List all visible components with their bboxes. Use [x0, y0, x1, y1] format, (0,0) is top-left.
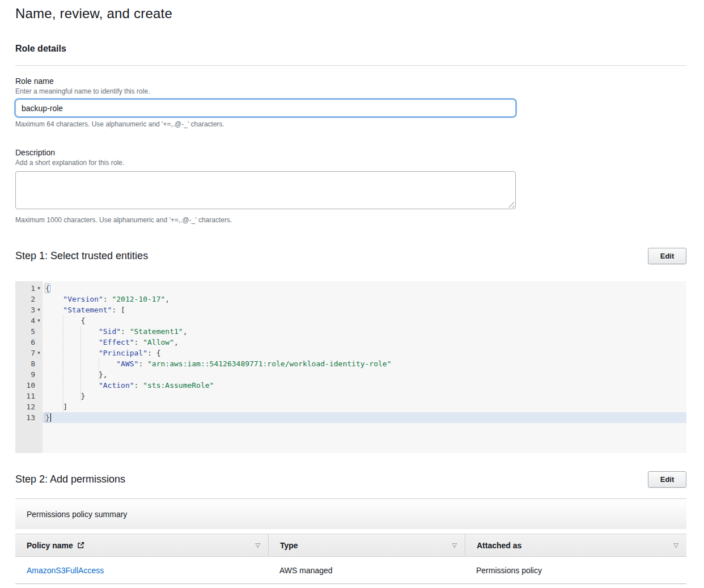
code-line: 13} [15, 412, 686, 423]
text-cursor [50, 413, 51, 422]
code-lines: 1▾{2 "Version": "2012-10-17",3▾ "Stateme… [15, 281, 686, 423]
column-label: Type [280, 541, 298, 550]
external-link-icon [77, 542, 84, 549]
role-name-input[interactable] [15, 99, 516, 117]
column-header-attached-as[interactable]: Attached as ▽ [465, 534, 686, 556]
role-name-hint: Enter a meaningful name to identify this… [15, 87, 686, 95]
code-line: 4▾ { [15, 315, 686, 326]
edit-trusted-entities-button[interactable]: Edit [648, 248, 686, 264]
code-line: 9 }, [15, 369, 686, 380]
description-label: Description [15, 148, 686, 157]
sort-icon[interactable]: ▽ [256, 542, 260, 549]
attached-as-cell: Permissions policy [465, 566, 686, 575]
sort-icon[interactable]: ▽ [452, 542, 457, 549]
policy-type-cell: AWS managed [268, 566, 465, 575]
code-line: 11 } [15, 391, 686, 401]
description-constraint: Maximum 1000 characters. Use alphanumeri… [15, 216, 686, 224]
column-label: Attached as [477, 541, 521, 550]
policy-name-link[interactable]: AmazonS3FullAccess [27, 566, 104, 575]
code-line: 3▾ "Statement": [ [15, 304, 686, 315]
code-line: 7▾ "Principal": { [15, 348, 686, 358]
column-header-type[interactable]: Type ▽ [268, 534, 465, 556]
edit-permissions-button[interactable]: Edit [648, 471, 686, 488]
permissions-panel-header: Permissions policy summary [15, 498, 686, 529]
permissions-panel: Permissions policy summary Policy name [15, 498, 686, 584]
description-textarea[interactable] [15, 171, 516, 209]
page: Name, review, and create Role details Ro… [0, 0, 704, 584]
column-header-policy-name[interactable]: Policy name ▽ [15, 534, 268, 556]
permissions-table: Policy name ▽ Type ▽ [15, 534, 686, 584]
fold-caret-icon[interactable]: ▾ [35, 315, 43, 326]
step2-heading: Step 2: Add permissions [15, 473, 125, 485]
role-name-label: Role name [15, 77, 686, 86]
step1-heading: Step 1: Select trusted entities [15, 250, 148, 262]
table-row: AmazonS3FullAccess AWS managed Permissio… [15, 557, 686, 584]
trust-policy-editor[interactable]: 1▾{2 "Version": "2012-10-17",3▾ "Stateme… [15, 281, 686, 453]
code-line: 10 "Action": "sts:AssumeRole" [15, 380, 686, 391]
permissions-panel-title: Permissions policy summary [27, 510, 127, 519]
code-line: 5 "Sid": "Statement1", [15, 326, 686, 337]
page-title: Name, review, and create [15, 6, 686, 22]
role-name-constraint: Maximum 64 characters. Use alphanumeric … [15, 120, 686, 128]
sort-icon[interactable]: ▽ [674, 542, 678, 549]
description-hint: Add a short explanation for this role. [15, 159, 686, 167]
code-line: 1▾{ [15, 283, 686, 294]
column-label: Policy name [27, 541, 73, 550]
fold-caret-icon[interactable]: ▾ [35, 348, 43, 358]
divider [15, 65, 686, 66]
role-details-heading: Role details [15, 44, 686, 54]
table-header-row: Policy name ▽ Type ▽ [15, 534, 686, 557]
indent-guide [80, 326, 81, 401]
code-line: 12 ] [15, 401, 686, 412]
fold-caret-icon[interactable]: ▾ [35, 283, 43, 294]
fold-caret-icon[interactable]: ▾ [35, 304, 43, 315]
code-line: 8 "AWS": "arn:aws:iam::541263489771:role… [15, 358, 686, 369]
indent-guide [63, 315, 63, 412]
code-line: 6 "Effect": "Allow", [15, 337, 686, 348]
code-line: 2 "Version": "2012-10-17", [15, 294, 686, 304]
indent-guide [99, 358, 99, 380]
